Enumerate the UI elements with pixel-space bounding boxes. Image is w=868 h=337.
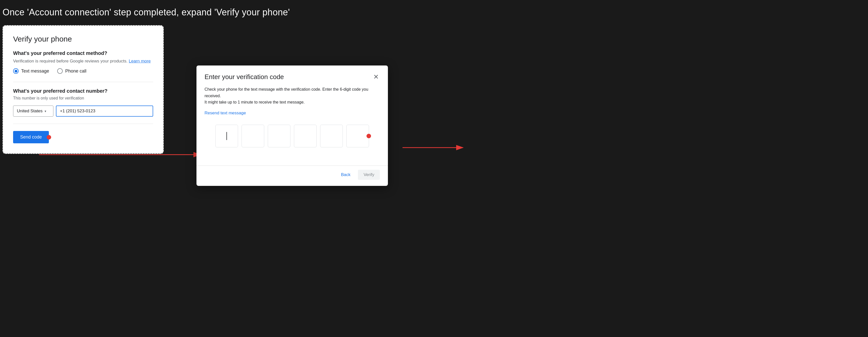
dialog-body: Check your phone for the text message wi…	[196, 86, 388, 165]
dialog-footer: Back Verify	[196, 165, 388, 186]
text-cursor	[226, 132, 227, 140]
radio-text-message-outer	[13, 68, 19, 74]
code-box-2[interactable]	[242, 125, 264, 147]
contact-method-label: What's your preferred contact method?	[13, 50, 153, 56]
verify-phone-card: Verify your phone What's your preferred …	[2, 25, 164, 154]
divider-1	[13, 82, 153, 82]
divider-2	[13, 124, 153, 124]
card-title: Verify your phone	[13, 35, 153, 43]
contact-number-label: What's your preferred contact number?	[13, 88, 153, 94]
send-code-label: Send code	[20, 134, 42, 140]
code-box-3[interactable]	[268, 125, 290, 147]
code-box-1[interactable]	[215, 125, 238, 147]
code-box-6[interactable]	[346, 125, 369, 147]
verify-button[interactable]: Verify	[358, 170, 380, 180]
radio-text-message-inner	[14, 70, 18, 72]
radio-text-message-label: Text message	[21, 68, 49, 74]
country-selector[interactable]: United States ▾	[13, 105, 53, 117]
send-code-button[interactable]: Send code	[13, 131, 49, 143]
arrow-code-to-right	[403, 140, 468, 155]
phone-input-row: United States ▾	[13, 105, 153, 117]
code-input-group	[205, 125, 380, 147]
radio-phone-call-outer	[57, 68, 63, 74]
radio-phone-call[interactable]: Phone call	[57, 68, 86, 74]
close-button[interactable]: ✕	[372, 72, 380, 81]
learn-more-link[interactable]: Learn more	[129, 59, 151, 63]
chevron-down-icon: ▾	[44, 109, 46, 113]
code-box-4[interactable]	[294, 125, 317, 147]
phone-input[interactable]	[56, 105, 153, 117]
code-box-6-dot	[367, 134, 371, 138]
country-name: United States	[17, 109, 42, 114]
send-code-dot	[46, 135, 51, 140]
code-box-5[interactable]	[320, 125, 343, 147]
arrow-left-to-right	[39, 147, 205, 162]
verification-dialog: Enter your verification code ✕ Check you…	[196, 65, 388, 186]
radio-text-message[interactable]: Text message	[13, 68, 49, 74]
radio-group: Text message Phone call	[13, 68, 153, 74]
dialog-description: Check your phone for the text message wi…	[205, 86, 380, 105]
radio-phone-call-label: Phone call	[65, 68, 86, 74]
contact-number-sub: This number is only used for verificatio…	[13, 96, 153, 100]
dialog-title: Enter your verification code	[205, 73, 284, 81]
dialog-header: Enter your verification code ✕	[196, 65, 388, 86]
instruction-text: Once 'Account connection' step completed…	[2, 7, 290, 18]
contact-method-sub: Verification is required before Google r…	[13, 59, 153, 64]
resend-text-message-link[interactable]: Resend text message	[205, 111, 380, 116]
back-button[interactable]: Back	[337, 170, 355, 180]
